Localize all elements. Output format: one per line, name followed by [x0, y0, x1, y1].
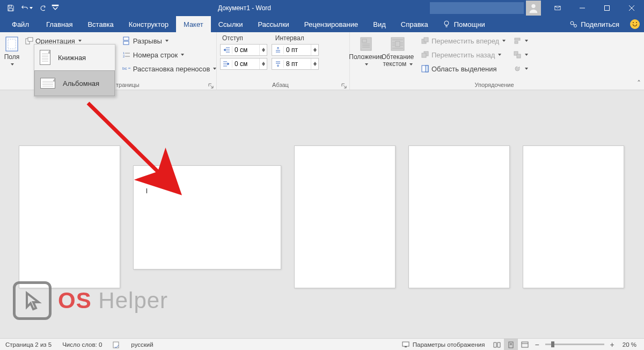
tab-references[interactable]: Ссылки [211, 16, 251, 32]
bring-forward-button[interactable]: Переместить вперед [419, 34, 508, 47]
spinner-down[interactable] [260, 64, 267, 69]
group-icon [513, 50, 522, 59]
save-button[interactable] [3, 1, 18, 16]
svg-rect-46 [517, 54, 521, 58]
spinner-down[interactable] [311, 64, 318, 69]
tab-mailings[interactable]: Рассылки [250, 16, 296, 32]
tab-view[interactable]: Вид [365, 16, 393, 32]
group-button[interactable] [511, 48, 530, 61]
breaks-button[interactable]: Разрывы [120, 34, 219, 47]
avatar-icon[interactable] [526, 1, 541, 16]
view-web-layout[interactable] [518, 339, 532, 351]
status-language[interactable]: русский [126, 339, 158, 350]
indent-right-input[interactable] [220, 58, 267, 70]
ribbon-display-options[interactable] [545, 0, 570, 16]
page-2[interactable] [133, 165, 281, 269]
proofing-icon [113, 341, 120, 348]
view-read-mode[interactable] [490, 339, 504, 351]
spinner-down[interactable] [311, 50, 318, 55]
status-word-count[interactable]: Число слов: 0 [57, 339, 107, 350]
spacing-after-input[interactable] [272, 58, 319, 70]
spinner-up[interactable] [260, 59, 267, 64]
tell-me[interactable]: Помощни [436, 16, 492, 32]
quick-access-toolbar [0, 1, 59, 16]
page-3[interactable] [294, 145, 396, 288]
selection-pane-button[interactable]: Область выделения [419, 62, 508, 75]
zoom-out-button[interactable]: − [532, 340, 541, 349]
spacing-after-icon [272, 60, 284, 68]
page-4[interactable] [408, 145, 510, 288]
spinner-up[interactable] [311, 59, 318, 64]
paragraph-launcher[interactable] [341, 81, 348, 88]
view-print-layout[interactable] [504, 339, 518, 351]
document-title: Документ1 - Word [59, 4, 430, 12]
orientation-portrait-item[interactable]: Книжная [34, 45, 115, 70]
rotate-button[interactable] [511, 62, 530, 75]
svg-rect-50 [405, 346, 407, 347]
svg-point-9 [444, 21, 449, 25]
close-button[interactable] [619, 0, 644, 16]
redo-button[interactable] [35, 1, 50, 16]
spinner-down[interactable] [260, 50, 267, 55]
account-name-area[interactable] [430, 2, 524, 14]
zoom-slider[interactable] [545, 344, 604, 345]
svg-text:2: 2 [123, 55, 125, 58]
tab-layout[interactable]: Макет [176, 16, 211, 32]
maximize-button[interactable] [595, 0, 619, 16]
collapse-ribbon-button[interactable]: ˄ [637, 79, 641, 88]
tab-file[interactable]: Файл [2, 16, 39, 32]
svg-rect-30 [396, 41, 400, 47]
svg-rect-17 [123, 41, 129, 45]
display-settings[interactable]: Параметры отображения [397, 339, 491, 350]
line-numbers-icon: 12 [122, 50, 131, 59]
svg-rect-25 [362, 39, 367, 42]
position-button[interactable]: Положение [353, 34, 379, 75]
svg-rect-54 [522, 342, 528, 347]
svg-rect-38 [424, 38, 428, 42]
svg-rect-2 [52, 5, 58, 5]
qat-customize[interactable] [52, 1, 59, 16]
indent-left-input[interactable] [220, 44, 267, 56]
page-setup-launcher[interactable] [208, 81, 215, 88]
status-page[interactable]: Страница 2 из 5 [0, 339, 57, 350]
spinner-up[interactable] [260, 45, 267, 50]
svg-rect-1 [9, 9, 13, 11]
hyphenation-button[interactable]: bc Расстановка переносов [120, 62, 219, 75]
tab-help[interactable]: Справка [393, 16, 436, 32]
status-proofing[interactable] [107, 339, 126, 350]
margins-icon [3, 35, 20, 53]
undo-button[interactable] [19, 1, 34, 16]
page-1[interactable] [19, 145, 120, 288]
spacing-before-input[interactable] [272, 44, 319, 56]
zoom-in-button[interactable]: + [608, 340, 617, 349]
arrange-group-label: Упорядочение [350, 82, 639, 88]
svg-rect-44 [515, 41, 518, 43]
document-area[interactable]: OS Helper [0, 90, 644, 338]
tab-insert[interactable]: Вставка [80, 16, 121, 32]
zoom-level[interactable]: 20 % [617, 339, 644, 350]
spinner-up[interactable] [311, 45, 318, 50]
spacing-before-icon [272, 46, 284, 54]
tab-review[interactable]: Рецензирование [297, 16, 365, 32]
feedback-button[interactable] [626, 16, 644, 32]
minimize-button[interactable] [570, 0, 595, 16]
wrap-text-button[interactable]: Обтеканиетекстом [379, 34, 416, 75]
title-bar: Документ1 - Word [0, 0, 644, 16]
svg-rect-6 [605, 6, 610, 11]
display-settings-icon [402, 341, 409, 348]
tab-home[interactable]: Главная [39, 16, 80, 32]
align-button[interactable] [511, 34, 530, 47]
line-numbers-button[interactable]: 12 Номера строк [120, 48, 219, 61]
indent-left-icon [221, 46, 232, 54]
send-backward-icon [421, 50, 429, 59]
selection-pane-icon [421, 64, 429, 73]
page-5[interactable] [523, 145, 624, 288]
orientation-landscape-item[interactable]: Альбомная [34, 70, 115, 96]
margins-button[interactable]: Поля [3, 34, 20, 75]
svg-rect-40 [422, 53, 426, 57]
share-button[interactable]: Поделиться [562, 16, 626, 32]
send-backward-button[interactable]: Переместить назад [419, 48, 508, 61]
svg-rect-0 [9, 5, 12, 8]
tab-design[interactable]: Конструктор [121, 16, 176, 32]
align-icon [513, 37, 522, 45]
